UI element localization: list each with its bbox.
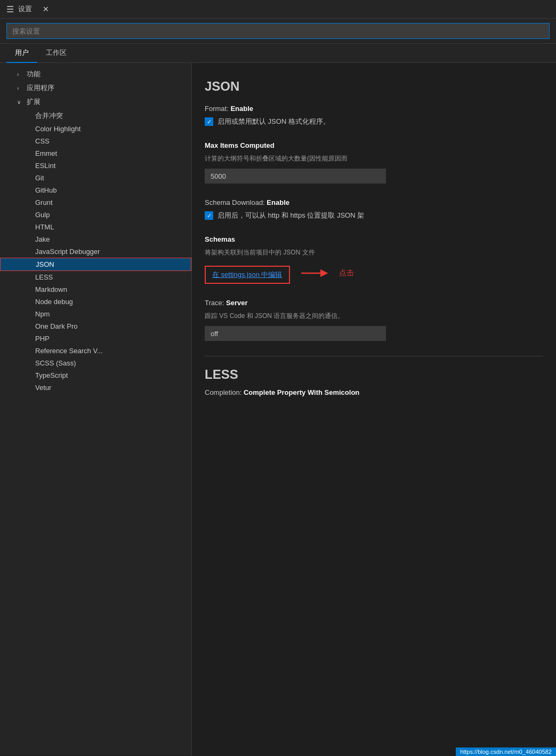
sidebar-item-vetur[interactable]: Vetur: [0, 381, 191, 394]
sidebar-item-label: JSON: [36, 260, 54, 268]
sidebar-item-label: SCSS (Sass): [35, 359, 76, 367]
arrow-icon: [299, 268, 331, 278]
format-label-bold: Enable: [230, 105, 253, 113]
title-bar-text: 设置: [18, 4, 32, 14]
schemas-label: Schemas: [205, 235, 543, 243]
format-label-prefix: Format:: [205, 105, 230, 113]
tab-workspace[interactable]: 工作区: [37, 44, 75, 63]
sidebar-item-emmet[interactable]: Emmet: [0, 147, 191, 160]
url-bar: https://blog.csdn.net/m0_46040582: [456, 747, 556, 756]
sidebar-item-label: LESS: [35, 273, 53, 281]
sidebar-item-label: Npm: [35, 310, 50, 318]
sidebar-item-git[interactable]: Git: [0, 172, 191, 184]
sidebar-item-php[interactable]: PHP: [0, 332, 191, 345]
sidebar-item-one-dark-pro[interactable]: One Dark Pro: [0, 320, 191, 332]
schema-download-group: Schema Download: Enable 启用后，可以从 http 和 h…: [205, 198, 543, 220]
sidebar-item-label: Node debug: [35, 298, 73, 306]
json-section-title: JSON: [205, 79, 543, 94]
sidebar-item-node-debug[interactable]: Node debug: [0, 296, 191, 308]
sidebar-item-reference-search[interactable]: Reference Search V...: [0, 345, 191, 357]
sidebar-item-label: Vetur: [35, 384, 51, 392]
trace-server-select[interactable]: off messages verbose: [205, 326, 386, 341]
less-completion-label: Completion: Complete Property With Semic…: [205, 388, 543, 396]
sidebar-item-less[interactable]: LESS: [0, 271, 191, 283]
sidebar-item-html[interactable]: HTML: [0, 221, 191, 233]
sidebar-item-jake[interactable]: Jake: [0, 233, 191, 245]
format-enable-checkbox-row: 启用或禁用默认 JSON 格式化程序。: [205, 117, 543, 126]
sidebar-item-label: 应用程序: [27, 83, 54, 93]
sidebar-item-应用程序[interactable]: › 应用程序: [0, 81, 191, 95]
trace-server-label: Trace: Server: [205, 299, 543, 307]
schema-download-prefix: Schema Download:: [205, 198, 267, 206]
settings-content: JSON Format: Enable 启用或禁用默认 JSON 格式化程序。 …: [192, 63, 556, 755]
sidebar-item-label: HTML: [35, 223, 54, 231]
sidebar-item-label: JavaScript Debugger: [35, 248, 100, 256]
sidebar-item-label: 合并冲突: [35, 111, 63, 121]
schema-download-label: Schema Download: Enable: [205, 198, 543, 206]
sidebar-item-grunt[interactable]: Grunt: [0, 196, 191, 209]
sidebar-item-markdown[interactable]: Markdown: [0, 283, 191, 296]
format-enable-label: Format: Enable: [205, 105, 543, 113]
sidebar-item-label: CSS: [35, 137, 50, 145]
sidebar-item-eslint[interactable]: ESLint: [0, 160, 191, 172]
arrow-label-text: 点击: [339, 268, 354, 278]
sidebar-item-github[interactable]: GitHub: [0, 184, 191, 196]
trace-label-prefix: Trace:: [205, 299, 226, 307]
max-items-input[interactable]: [205, 169, 386, 184]
max-items-label-text: Max Items Computed: [205, 141, 275, 149]
less-completion-bold: Complete Property With Semicolon: [244, 388, 359, 396]
sidebar-item-label: 扩展: [27, 97, 41, 107]
sidebar-item-扩展[interactable]: ∨ 扩展: [0, 95, 191, 109]
chevron-right-icon: ›: [17, 71, 23, 77]
sidebar-item-gulp[interactable]: Gulp: [0, 209, 191, 221]
edit-settings-json-link[interactable]: 在 settings.json 中编辑: [205, 266, 290, 284]
tab-user[interactable]: 用户: [6, 44, 37, 63]
schema-download-checkbox-row: 启用后，可以从 http 和 https 位置提取 JSON 架: [205, 211, 543, 220]
sidebar-item-label: Color Highlight: [35, 125, 80, 133]
sidebar-item-label: Gulp: [35, 211, 50, 219]
sidebar-item-scss[interactable]: SCSS (Sass): [0, 357, 191, 369]
sidebar-item-css[interactable]: CSS: [0, 135, 191, 147]
sidebar-item-label: ESLint: [35, 162, 55, 170]
chevron-down-icon: ∨: [17, 99, 23, 105]
search-input[interactable]: [6, 23, 550, 39]
format-enable-group: Format: Enable 启用或禁用默认 JSON 格式化程序。: [205, 105, 543, 126]
format-enable-description: 启用或禁用默认 JSON 格式化程序。: [217, 117, 330, 126]
sidebar-item-label: TypeScript: [35, 371, 68, 379]
sidebar-item-javascript-debugger[interactable]: JavaScript Debugger: [0, 245, 191, 258]
sidebar-item-label: PHP: [35, 335, 50, 343]
menu-icon: ☰: [6, 4, 14, 14]
main-layout: › 功能 › 应用程序 ∨ 扩展 合并冲突 Color Highlight CS…: [0, 63, 556, 755]
schemas-label-text: Schemas: [205, 235, 235, 243]
sidebar-item-json[interactable]: JSON: [0, 258, 191, 271]
format-enable-checkbox[interactable]: [205, 117, 213, 126]
trace-description: 跟踪 VS Code 和 JSON 语言服务器之间的通信。: [205, 311, 543, 321]
chevron-right-icon: ›: [17, 85, 23, 91]
sidebar-item-label: Markdown: [35, 285, 67, 293]
sidebar-item-typescript[interactable]: TypeScript: [0, 369, 191, 381]
sidebar: › 功能 › 应用程序 ∨ 扩展 合并冲突 Color Highlight CS…: [0, 63, 192, 755]
sidebar-item-color-highlight[interactable]: Color Highlight: [0, 123, 191, 135]
close-button[interactable]: ✕: [41, 4, 51, 14]
max-items-description: 计算的大纲符号和折叠区域的大数量(因性能原因而: [205, 154, 543, 163]
less-section-title: LESS: [205, 367, 543, 382]
sidebar-item-label: Jake: [35, 235, 50, 243]
schema-download-description: 启用后，可以从 http 和 https 位置提取 JSON 架: [217, 211, 364, 220]
sidebar-item-label: GitHub: [35, 186, 57, 194]
less-completion-prefix: Completion:: [205, 388, 244, 396]
sidebar-item-label: 功能: [27, 69, 41, 79]
schemas-group: Schemas 将架构关联到当前项目中的 JSON 文件 在 settings.…: [205, 235, 543, 284]
trace-server-group: Trace: Server 跟踪 VS Code 和 JSON 语言服务器之间的…: [205, 299, 543, 341]
sidebar-item-功能[interactable]: › 功能: [0, 67, 191, 81]
max-items-label: Max Items Computed: [205, 141, 543, 149]
sidebar-item-label: One Dark Pro: [35, 322, 77, 330]
sidebar-item-label: Git: [35, 174, 44, 182]
max-items-group: Max Items Computed 计算的大纲符号和折叠区域的大数量(因性能原…: [205, 141, 543, 184]
section-divider: [205, 356, 543, 356]
schema-download-checkbox[interactable]: [205, 211, 213, 220]
schemas-description: 将架构关联到当前项目中的 JSON 文件: [205, 248, 543, 257]
sidebar-item-label: Emmet: [35, 149, 57, 157]
sidebar-item-合并冲突[interactable]: 合并冲突: [0, 109, 191, 123]
sidebar-item-npm[interactable]: Npm: [0, 308, 191, 320]
trace-label-bold: Server: [226, 299, 247, 307]
